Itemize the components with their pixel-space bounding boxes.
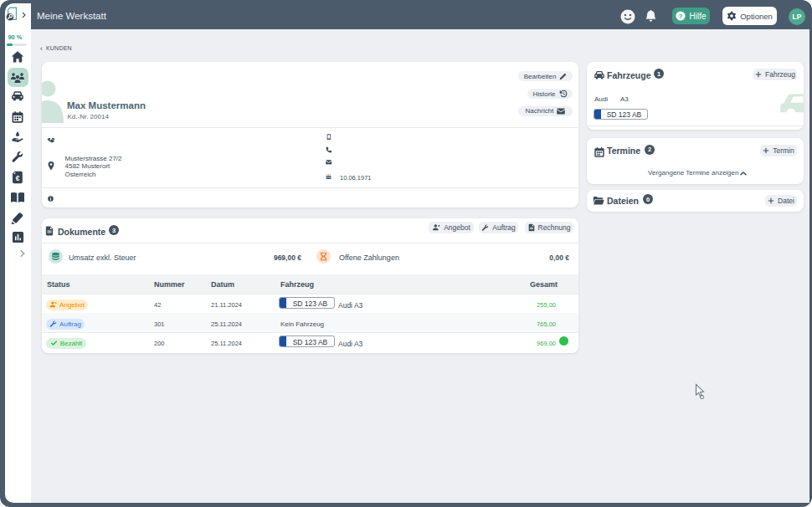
- svg-text:?: ?: [679, 13, 683, 20]
